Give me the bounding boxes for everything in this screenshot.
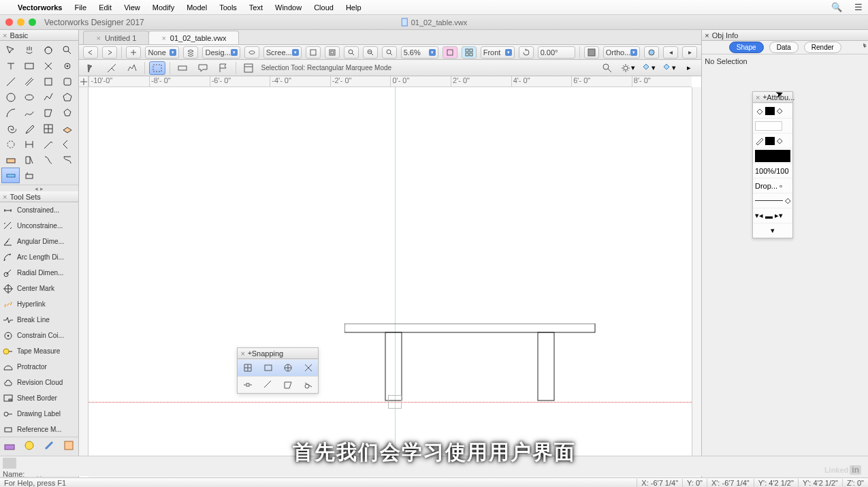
nav-next-btn[interactable]: ▸ xyxy=(682,46,697,59)
toolsets-header[interactable]: ×Tool Sets xyxy=(0,191,78,202)
clip-tool[interactable] xyxy=(20,152,39,168)
toolset-revisioncloud[interactable]: Revision Cloud xyxy=(0,375,78,390)
class-dropdown[interactable]: None▾ xyxy=(145,46,179,59)
snap-point[interactable] xyxy=(238,377,258,393)
angle-dropdown[interactable]: 0.00° xyxy=(538,46,575,59)
rectangle-tool[interactable] xyxy=(20,58,39,74)
fit-page-btn[interactable] xyxy=(306,46,321,59)
toolset-reference[interactable]: Reference M... xyxy=(0,422,78,437)
nav-prev-btn[interactable]: ◂ xyxy=(663,46,678,59)
regular-polygon-tool[interactable] xyxy=(59,105,77,121)
split-tool[interactable] xyxy=(20,136,39,152)
locus-tool[interactable] xyxy=(39,121,58,136)
arc-tool[interactable] xyxy=(1,105,20,121)
menu-extras-icon[interactable]: ☰ xyxy=(854,2,863,12)
connect-tool[interactable] xyxy=(59,152,77,168)
line-tool[interactable] xyxy=(1,74,20,89)
menu-view[interactable]: View xyxy=(124,3,140,12)
zoom-dropdown[interactable]: 5.6%▾ xyxy=(401,46,438,59)
close-icon[interactable]: × xyxy=(756,93,760,101)
toolset-cat-2[interactable] xyxy=(20,437,39,454)
menu-file[interactable]: File xyxy=(74,3,86,12)
app-name[interactable]: Vectorworks xyxy=(18,3,62,12)
3d-locus-tool[interactable] xyxy=(59,121,77,136)
basic-palette-header[interactable]: ×Basic xyxy=(0,30,78,41)
panel-disclosure-icon[interactable]: ▸ xyxy=(863,41,867,48)
snap-tangent[interactable] xyxy=(298,377,319,393)
rectangle-tool-2[interactable] xyxy=(39,74,58,89)
offset-tool[interactable] xyxy=(39,152,58,168)
quick-settings-btn[interactable]: ▾ xyxy=(620,61,636,75)
double-line-tool[interactable] xyxy=(20,74,39,89)
close-tab-icon[interactable]: × xyxy=(96,34,100,42)
toolset-hyperlink[interactable]: Hyperlink xyxy=(0,296,78,312)
fit-obj-btn[interactable] xyxy=(325,46,340,59)
snapping-palette[interactable]: × + Snapping xyxy=(237,347,319,394)
quick-pref2-btn[interactable]: ▾ xyxy=(660,61,677,75)
traffic-lights[interactable] xyxy=(5,18,36,26)
toolset-cat-4[interactable] xyxy=(59,437,79,454)
zoom-out-btn[interactable] xyxy=(363,46,378,59)
marker-row2[interactable]: ▾ xyxy=(753,223,792,238)
oval-tool[interactable] xyxy=(20,89,39,105)
mode-lasso[interactable] xyxy=(103,61,120,75)
back-view-btn[interactable] xyxy=(83,46,98,59)
toolset-radial[interactable]: Radial Dimen... xyxy=(0,265,78,281)
menu-window[interactable]: Window xyxy=(275,3,302,12)
flyover-tool[interactable] xyxy=(39,42,58,58)
ruler-vertical[interactable] xyxy=(79,87,89,468)
mirror-tool[interactable] xyxy=(1,136,20,152)
spiral-tool[interactable] xyxy=(1,121,20,136)
saved-view-btn[interactable] xyxy=(126,46,141,59)
macos-menubar[interactable]: Vectorworks File Edit View Modify Model … xyxy=(0,0,868,15)
toolset-protractor[interactable]: Protractor xyxy=(0,359,78,375)
ruler-origin-icon[interactable] xyxy=(79,76,89,87)
reshape-tool[interactable] xyxy=(39,58,58,74)
fill-input[interactable] xyxy=(755,121,782,131)
toolset-breakline[interactable]: Break Line xyxy=(0,312,78,328)
menu-help[interactable]: Help xyxy=(346,3,361,12)
render-mode-btn[interactable] xyxy=(584,46,599,59)
document-proxy[interactable]: 01_02_table.vwx xyxy=(401,18,468,27)
fill-row[interactable]: ◇ xyxy=(753,103,792,118)
toolset-angular[interactable]: Angular Dime... xyxy=(0,234,78,249)
visibility-tool[interactable] xyxy=(59,58,77,74)
objinfo-header[interactable]: ×Obj Info xyxy=(702,30,868,41)
palette-separator[interactable]: ◂ ▸ xyxy=(0,185,78,191)
opacity-row[interactable]: 100%/100 xyxy=(753,163,792,178)
snap-distance[interactable] xyxy=(258,377,278,393)
look-btn[interactable] xyxy=(244,46,259,59)
snap-edge[interactable] xyxy=(278,377,298,393)
marker-row[interactable]: ▾◂▬▸▾ xyxy=(753,208,792,223)
line-style-row[interactable]: ◇ xyxy=(753,193,792,208)
fillet-tool[interactable] xyxy=(39,136,58,152)
toolset-drawinglabel[interactable]: Drawing Label xyxy=(0,406,78,422)
eyedropper-tool[interactable] xyxy=(20,121,39,136)
menu-model[interactable]: Model xyxy=(187,3,207,12)
zoom-in-btn[interactable] xyxy=(344,46,359,59)
tab-table[interactable]: ×01_02_table.vwx xyxy=(148,31,239,44)
2d-polygon-tool[interactable] xyxy=(39,105,58,121)
toolset-centermark[interactable]: Center Mark xyxy=(0,281,78,296)
drawing-canvas[interactable]: -10'-0"-8'- 0"-6'- 0"-4'- 0"-2'- 0"0'- 0… xyxy=(79,76,701,477)
zoom-window-icon[interactable] xyxy=(29,18,36,26)
zoom-loupe-icon[interactable] xyxy=(382,46,397,59)
mode-talk[interactable] xyxy=(195,61,211,75)
pan-tool[interactable] xyxy=(20,42,39,58)
toolset-constrained[interactable]: Constrained... xyxy=(0,202,78,218)
toolset-constrain-coi[interactable]: Constrain Coi... xyxy=(0,328,78,343)
text-tool[interactable] xyxy=(1,58,20,74)
minimize-window-icon[interactable] xyxy=(17,18,25,26)
close-tab-icon[interactable]: × xyxy=(161,34,165,42)
wall-tool[interactable] xyxy=(1,168,20,183)
spotlight-icon[interactable]: 🔍 xyxy=(831,2,842,12)
menu-tools[interactable]: Tools xyxy=(219,3,237,12)
toolset-cat-3[interactable] xyxy=(39,437,59,454)
toolset-arclength[interactable]: Arc Length Di... xyxy=(0,249,78,265)
freehand-tool[interactable] xyxy=(20,105,39,121)
tab-data[interactable]: Data xyxy=(769,42,799,53)
plane-dropdown[interactable]: Scree...▾ xyxy=(263,46,302,59)
mode-polygon[interactable] xyxy=(124,61,140,75)
tab-render[interactable]: Render xyxy=(804,42,841,53)
mode-flag[interactable] xyxy=(215,61,231,75)
